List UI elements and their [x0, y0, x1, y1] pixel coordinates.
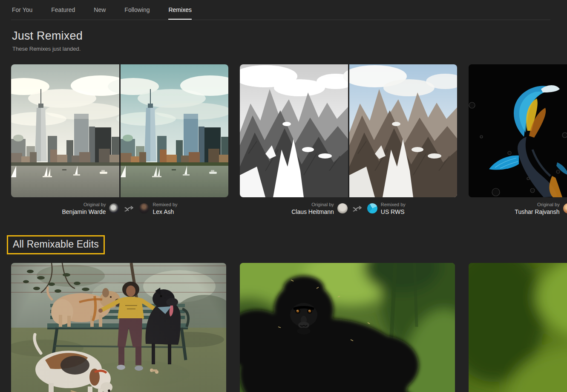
remixed-by-label: Remixed by	[153, 202, 177, 208]
remix-card: Original by Claus Heitmann Remixed	[240, 64, 457, 216]
remix-author-avatar[interactable]	[139, 203, 149, 213]
remix-attribution: Original by Benjamin Warde Remixed	[11, 202, 228, 216]
remix-attribution: Original by Claus Heitmann Remixed	[240, 202, 457, 216]
section-subtitle: These Remixes just landed.	[12, 46, 83, 52]
remix-photo-mountain-peaks[interactable]	[240, 64, 457, 197]
original-author-name[interactable]: Claus Heitmann	[291, 208, 334, 216]
remix-photo-new-york-skyline[interactable]	[11, 64, 228, 197]
original-author: Original by Tushar Rajvansh	[515, 202, 567, 215]
edit-photo-woman-with-dogs[interactable]	[11, 263, 226, 392]
original-by-label: Original by	[311, 202, 334, 208]
original-by-label: Original by	[83, 202, 106, 208]
remix-card: Original by Benjamin Warde Remixed	[11, 64, 228, 216]
just-remixed-row: Original by Benjamin Warde Remixed	[11, 64, 567, 216]
edit-photo-green-foliage[interactable]	[469, 263, 567, 392]
tab-following[interactable]: Following	[124, 0, 150, 20]
original-author: Original by Claus Heitmann	[291, 202, 348, 215]
remix-author-name[interactable]: Lex Ash	[153, 208, 174, 216]
remix-shuffle-icon	[124, 205, 134, 212]
feed-tab-bar: For You Featured New Following Remixes	[12, 0, 192, 20]
remix-author-name[interactable]: US RWS	[381, 208, 405, 216]
tab-for-you[interactable]: For You	[12, 0, 32, 20]
remix-author: Remixed by US RWS	[367, 202, 406, 215]
tab-remixes[interactable]: Remixes	[168, 0, 191, 20]
remix-author-avatar[interactable]	[367, 203, 377, 213]
edit-photo-baby-gorilla[interactable]	[240, 263, 455, 392]
tab-featured[interactable]: Featured	[51, 0, 75, 20]
just-remixed-section-header: Just Remixed These Remixes just landed.	[12, 29, 83, 52]
tab-new[interactable]: New	[94, 0, 106, 20]
original-by-label: Original by	[537, 202, 560, 208]
original-author-name[interactable]: Tushar Rajvansh	[515, 208, 559, 216]
remix-photo-betta-fish[interactable]	[469, 64, 567, 197]
original-author-avatar[interactable]	[563, 203, 567, 213]
remix-card: Original by Tushar Rajvansh	[469, 64, 567, 216]
nav-divider	[11, 20, 550, 20]
remix-attribution: Original by Tushar Rajvansh	[469, 202, 567, 216]
community-remixes-page: For You Featured New Following Remixes J…	[0, 0, 567, 392]
original-author-name[interactable]: Benjamin Warde	[62, 208, 106, 216]
remix-author: Remixed by Lex Ash	[139, 202, 177, 215]
section-title: Just Remixed	[12, 29, 83, 43]
remixed-by-label: Remixed by	[381, 202, 406, 208]
all-remixable-edits-highlight-box: All Remixable Edits	[7, 235, 105, 254]
section-title: All Remixable Edits	[13, 239, 99, 250]
remix-shuffle-icon	[353, 205, 362, 212]
original-author: Original by Benjamin Warde	[62, 202, 119, 215]
original-author-avatar[interactable]	[109, 203, 119, 213]
original-author-avatar[interactable]	[337, 203, 348, 213]
all-remixable-edits-row	[11, 263, 567, 392]
